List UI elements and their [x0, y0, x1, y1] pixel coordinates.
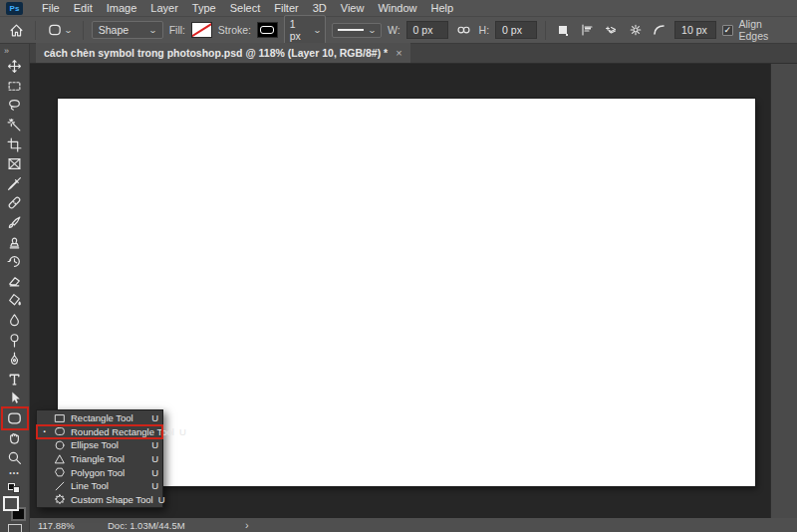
menu-select[interactable]: Select: [223, 0, 268, 16]
frame-tool[interactable]: [4, 154, 26, 174]
tool-mode-select[interactable]: Shape ⌄: [92, 21, 163, 39]
stroke-width-select[interactable]: 1 px ⌄: [284, 15, 326, 45]
menu-3d[interactable]: 3D: [306, 0, 334, 16]
type-tool[interactable]: [4, 370, 26, 390]
document-tab-bar: cách chèn symbol trong photoshop.psd @ 1…: [30, 44, 797, 64]
brush-tool[interactable]: [4, 213, 26, 233]
menu-item-label: Ellipse Tool: [71, 439, 143, 450]
blur-tool[interactable]: [4, 311, 26, 331]
menu-help[interactable]: Help: [424, 0, 461, 16]
tool-bar: » •••: [0, 44, 30, 532]
path-operations-button[interactable]: [554, 21, 572, 39]
marquee-icon: [7, 79, 22, 94]
pen-tool[interactable]: [4, 350, 26, 370]
menu-item-rectangle-tool[interactable]: Rectangle Tool U: [37, 411, 162, 425]
home-button[interactable]: [6, 21, 27, 40]
healing-brush-tool[interactable]: [4, 193, 26, 213]
tool-preset-picker[interactable]: ⌄: [44, 20, 75, 40]
hand-tool[interactable]: [4, 428, 26, 448]
solid-line-icon: [338, 29, 364, 31]
width-label: W:: [388, 24, 400, 36]
rectangular-marquee-tool[interactable]: [4, 77, 26, 97]
clone-stamp-tool[interactable]: [4, 232, 26, 252]
fill-label: Fill:: [169, 24, 185, 36]
path-selection-tool[interactable]: [4, 389, 26, 408]
menu-item-shortcut: U: [148, 439, 158, 450]
menu-image[interactable]: Image: [100, 0, 144, 16]
rounded-rectangle-icon: [53, 425, 66, 437]
home-icon: [9, 23, 24, 38]
pen-icon: [7, 352, 22, 367]
status-bar: 117.88% Doc: 1.03M/44.5M ›: [30, 518, 797, 532]
menu-item-line-tool[interactable]: Line Tool U: [37, 479, 162, 493]
tool-mode-value: Shape: [99, 24, 129, 36]
status-options-chevron-icon[interactable]: ›: [227, 519, 249, 531]
menu-item-polygon-tool[interactable]: Polygon Tool U: [37, 465, 162, 479]
lasso-icon: [7, 98, 22, 113]
edit-toolbar-button[interactable]: •••: [9, 467, 19, 479]
rounded-rectangle-icon: [6, 410, 23, 426]
menu-view[interactable]: View: [334, 0, 372, 16]
menu-item-label: Line Tool: [71, 480, 143, 491]
path-alignment-button[interactable]: [578, 21, 596, 39]
stroke-swatch[interactable]: [257, 22, 278, 38]
close-tab-icon[interactable]: ×: [396, 47, 401, 59]
align-edges-checkbox[interactable]: ✓: [722, 25, 732, 36]
eyedropper-tool[interactable]: [4, 174, 26, 194]
color-swatches[interactable]: [3, 496, 27, 522]
menu-items: File Edit Image Layer Type Select Filter…: [35, 0, 460, 16]
crop-icon: [7, 137, 22, 152]
default-colors-button[interactable]: [8, 481, 22, 493]
crop-tool[interactable]: [4, 134, 26, 154]
dodge-tool[interactable]: [4, 330, 26, 350]
panel-dock-strip: [770, 64, 797, 518]
gradient-tool[interactable]: [4, 291, 26, 311]
path-arrangement-button[interactable]: [602, 21, 621, 39]
corner-radius-input[interactable]: 10 px: [674, 21, 716, 39]
move-tool[interactable]: [4, 57, 26, 77]
menu-item-triangle-tool[interactable]: Triangle Tool U: [37, 452, 162, 466]
hand-icon: [7, 430, 22, 445]
magic-wand-tool[interactable]: [4, 116, 26, 135]
stroke-type-select[interactable]: ⌄: [332, 23, 382, 38]
lasso-tool[interactable]: [4, 96, 26, 116]
corner-radius-arc-icon: [653, 23, 666, 37]
height-label: H:: [479, 24, 490, 36]
menu-filter[interactable]: Filter: [267, 0, 305, 16]
menu-item-ellipse-tool[interactable]: Ellipse Tool U: [37, 438, 162, 452]
foreground-color-swatch[interactable]: [3, 496, 19, 511]
menu-type[interactable]: Type: [185, 0, 223, 16]
zoom-level-field[interactable]: 117.88%: [30, 520, 98, 531]
corner-radius-button[interactable]: [651, 21, 668, 39]
water-drop-icon: [7, 313, 22, 328]
history-brush-tool[interactable]: [4, 252, 26, 272]
eraser-tool[interactable]: [4, 272, 26, 292]
menu-window[interactable]: Window: [371, 0, 423, 16]
shape-height-input[interactable]: 0 px: [495, 21, 537, 39]
separator: [545, 21, 546, 40]
selection-arrow-icon: [7, 391, 22, 405]
shape-settings-button[interactable]: [627, 21, 645, 39]
menu-layer[interactable]: Layer: [143, 0, 185, 16]
link-dimensions-button[interactable]: [454, 22, 473, 38]
menu-file[interactable]: File: [35, 0, 67, 16]
collapse-toolbar-button[interactable]: »: [0, 44, 14, 57]
document-tab-title: cách chèn symbol trong photoshop.psd @ 1…: [44, 47, 388, 59]
fill-swatch-none[interactable]: [191, 22, 212, 38]
menu-edit[interactable]: Edit: [67, 0, 100, 16]
photoshop-window: Ps File Edit Image Layer Type Select Fil…: [0, 0, 797, 532]
menu-item-shortcut: U: [148, 412, 158, 423]
shape-width-input[interactable]: 0 px: [406, 21, 448, 39]
quick-mask-button[interactable]: [8, 524, 22, 532]
photoshop-logo[interactable]: Ps: [6, 2, 23, 15]
rounded-rectangle-tool[interactable]: [3, 408, 27, 428]
separator: [35, 21, 36, 40]
document-tab[interactable]: cách chèn symbol trong photoshop.psd @ 1…: [36, 43, 410, 63]
shape-tools-flyout-menu: Rectangle Tool U ▪ Rounded Rectangle Too…: [36, 409, 163, 508]
separator: [83, 21, 84, 40]
menu-item-rounded-rectangle-tool[interactable]: ▪ Rounded Rectangle Tool U: [37, 425, 162, 439]
menu-bar: Ps File Edit Image Layer Type Select Fil…: [0, 0, 797, 17]
document-size-info: Doc: 1.03M/44.5M: [98, 520, 227, 531]
zoom-tool[interactable]: [4, 447, 26, 467]
menu-item-custom-shape-tool[interactable]: Custom Shape Tool U: [37, 493, 162, 507]
